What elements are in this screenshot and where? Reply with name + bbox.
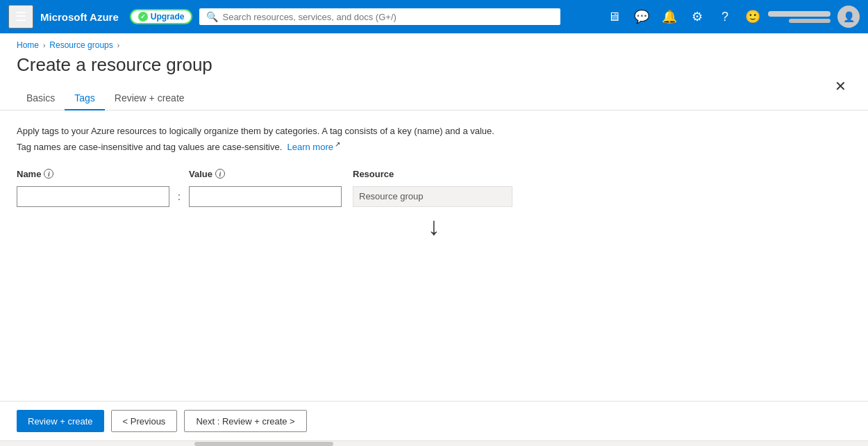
search-icon: 🔍 <box>206 11 218 22</box>
user-avatar[interactable]: 👤 <box>837 6 860 28</box>
description-line2: Tag names are case-insensitive and tag v… <box>17 142 282 152</box>
top-navigation: ☰ Microsoft Azure ✓ Upgrade 🔍 🖥 💬 🔔 ⚙ ? … <box>0 0 868 33</box>
breadcrumb-sep-1: › <box>43 42 45 49</box>
settings-icon[interactable]: ⚙ <box>685 4 710 29</box>
name-info-icon[interactable]: i <box>44 169 53 179</box>
breadcrumb-home[interactable]: Home <box>17 40 39 50</box>
scrollbar-thumb[interactable] <box>194 442 333 446</box>
directory-feedback-icon[interactable]: 💬 <box>629 4 654 29</box>
topnav-icon-group: 🖥 💬 🔔 ⚙ ? 🙂 👤 <box>601 4 860 29</box>
description-line1: Apply tags to your Azure resources to lo… <box>17 126 494 136</box>
breadcrumb: Home › Resource groups › <box>0 33 868 54</box>
tab-content: Apply tags to your Azure resources to lo… <box>0 110 868 401</box>
upgrade-button[interactable]: ✓ Upgrade <box>130 9 193 24</box>
arrow-indicator: ↓ <box>17 207 851 246</box>
tags-row: : Resource group <box>17 186 851 207</box>
tags-value-header: Value i <box>189 169 342 179</box>
description-text: Apply tags to your Azure resources to lo… <box>17 124 503 155</box>
upgrade-label: Upgrade <box>151 12 185 22</box>
tags-resource-label: Resource <box>353 169 394 179</box>
tags-form: Name i Value i Resource : Resource group <box>17 169 851 207</box>
tags-resource-header: Resource <box>353 169 512 179</box>
tag-value-input[interactable] <box>189 186 342 207</box>
help-icon[interactable]: ? <box>712 4 737 29</box>
tag-name-input[interactable] <box>17 186 169 207</box>
search-input[interactable] <box>222 12 553 22</box>
horizontal-scrollbar[interactable] <box>0 440 868 446</box>
username-sub-bar <box>789 19 831 23</box>
username-bar <box>768 11 831 17</box>
upgrade-circle-icon: ✓ <box>138 12 148 22</box>
wizard-tabs: Basics Tags Review + create <box>0 87 868 110</box>
previous-button[interactable]: < Previous <box>111 410 178 432</box>
cloud-shell-icon[interactable]: 🖥 <box>601 4 626 29</box>
brand-logo: Microsoft Azure <box>40 11 119 23</box>
tab-basics[interactable]: Basics <box>17 87 65 110</box>
notifications-icon[interactable]: 🔔 <box>657 4 682 29</box>
avatar-icon: 👤 <box>843 11 855 22</box>
learn-more-link[interactable]: Learn more <box>287 142 333 152</box>
tags-form-header: Name i Value i Resource <box>17 169 851 182</box>
page-title: Create a resource group <box>0 54 868 87</box>
review-create-button[interactable]: Review + create <box>17 410 104 432</box>
main-content: Home › Resource groups › Create a resour… <box>0 33 868 446</box>
tags-colon-separator: : <box>169 191 189 202</box>
breadcrumb-sep-2: › <box>117 42 119 49</box>
close-button[interactable]: ✕ <box>829 75 851 97</box>
smiley-icon[interactable]: 🙂 <box>740 4 765 29</box>
next-button[interactable]: Next : Review + create > <box>184 410 306 432</box>
user-profile-area[interactable]: 👤 <box>768 6 860 28</box>
tab-tags[interactable]: Tags <box>65 87 105 110</box>
tags-name-header: Name i <box>17 169 169 179</box>
tags-name-label: Name <box>17 169 41 179</box>
user-name-block <box>768 11 831 23</box>
value-info-icon[interactable]: i <box>215 169 225 179</box>
tab-review-create[interactable]: Review + create <box>105 87 194 110</box>
tags-value-label: Value <box>189 169 212 179</box>
down-arrow-icon: ↓ <box>428 214 440 239</box>
breadcrumb-resource-groups[interactable]: Resource groups <box>49 40 112 50</box>
wizard-footer: Review + create < Previous Next : Review… <box>0 401 868 440</box>
tags-resource-value: Resource group <box>353 186 512 207</box>
external-link-icon: ↗ <box>335 140 340 148</box>
hamburger-menu-button[interactable]: ☰ <box>8 5 33 28</box>
search-bar[interactable]: 🔍 <box>199 8 560 25</box>
